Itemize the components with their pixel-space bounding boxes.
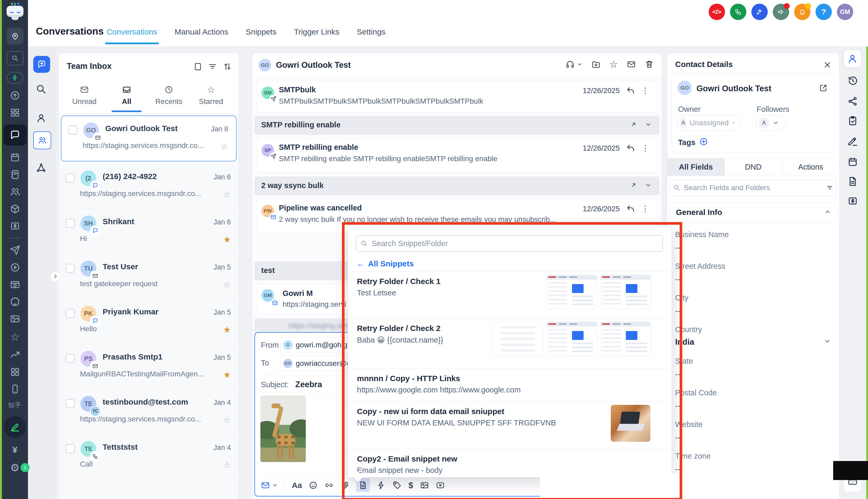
sidebar-item-reporting[interactable] bbox=[10, 350, 20, 360]
snippet-item[interactable]: mnnnn / Copy - HTTP Links https://www.go… bbox=[348, 368, 672, 402]
rail-documents-button[interactable] bbox=[847, 176, 858, 187]
reply-icon[interactable] bbox=[626, 144, 635, 153]
sidebar-item-marketing[interactable] bbox=[10, 221, 20, 231]
star-toggle[interactable]: ☆ bbox=[223, 415, 231, 425]
conversation-item[interactable]: PK Priyank Kumar Jan 5 Hello ★ bbox=[59, 299, 239, 344]
row-checkbox[interactable] bbox=[66, 219, 75, 228]
field-value[interactable]: -- bbox=[675, 275, 680, 284]
sidebar-item-automation[interactable] bbox=[10, 245, 20, 256]
sidebar-item-conversations[interactable] bbox=[3, 124, 27, 146]
sidebar-item-launchpad[interactable] bbox=[10, 90, 20, 101]
rail-contact-button[interactable] bbox=[844, 50, 861, 68]
add-to-folder-icon[interactable] bbox=[591, 60, 601, 69]
sidebar-item-mobile-app[interactable] bbox=[10, 384, 20, 394]
inbox-tab-recents[interactable]: Recents bbox=[149, 85, 189, 106]
conversation-item[interactable]: SH Shrikant Jan 6 Hi ★ bbox=[59, 209, 239, 254]
star-conversation-icon[interactable]: ☆ bbox=[610, 60, 618, 69]
conversation-item[interactable]: TE Tettststst Jan 4 Call ☆ bbox=[59, 435, 239, 480]
rail-appointments-button[interactable] bbox=[847, 157, 858, 167]
subject-value[interactable]: Zeebra bbox=[295, 380, 322, 389]
dev-tools-button[interactable]: </> bbox=[709, 4, 725, 20]
field-value[interactable]: -- bbox=[675, 307, 680, 315]
open-contact-icon[interactable] bbox=[819, 83, 828, 92]
thread-group-header[interactable]: SMTP rebilling enable bbox=[254, 116, 660, 135]
row-checkbox[interactable] bbox=[66, 399, 75, 408]
tag-button[interactable] bbox=[393, 481, 401, 490]
expand-thread-icon[interactable] bbox=[630, 121, 637, 128]
reply-icon[interactable] bbox=[626, 204, 635, 214]
sidebar-item-calendars[interactable] bbox=[10, 152, 20, 163]
fields-search-input[interactable] bbox=[683, 183, 823, 192]
inbox-tab-starred[interactable]: ☆Starred bbox=[191, 85, 231, 106]
select-all-icon[interactable] bbox=[193, 62, 202, 71]
tab-snippets[interactable]: Snippets bbox=[246, 27, 277, 44]
settings-gear-icon[interactable]: ⚙ bbox=[10, 462, 20, 474]
subrail-my-inbox-icon[interactable] bbox=[36, 113, 46, 123]
fields-search[interactable] bbox=[669, 180, 837, 196]
payments-button[interactable]: $ bbox=[408, 480, 413, 490]
sidebar-item-payments[interactable] bbox=[10, 204, 20, 214]
rail-payments-button[interactable] bbox=[847, 196, 858, 206]
location-switcher-button[interactable] bbox=[7, 28, 23, 45]
row-checkbox[interactable] bbox=[66, 354, 75, 363]
row-checkbox[interactable] bbox=[66, 309, 75, 318]
snippet-item[interactable]: Copy2 - Email snippet new Email snippet … bbox=[348, 449, 672, 477]
clear-formatting-button[interactable] bbox=[436, 481, 445, 490]
trigger-links-button[interactable] bbox=[377, 481, 386, 490]
notifications-button[interactable] bbox=[794, 4, 810, 20]
tab-manual-actions[interactable]: Manual Actions bbox=[174, 27, 228, 44]
owner-select[interactable]: Unassigned bbox=[677, 115, 740, 131]
phone-dialer-button[interactable] bbox=[730, 4, 746, 20]
message-menu-icon[interactable]: ⋮ bbox=[641, 86, 649, 95]
compose-pencil-fab[interactable] bbox=[4, 416, 26, 438]
message-menu-icon[interactable]: ⋮ bbox=[641, 204, 649, 214]
tab-settings[interactable]: Settings bbox=[357, 27, 385, 44]
conversation-item[interactable]: GO Gowri Outlook Test Jan 8 https://stag… bbox=[61, 115, 237, 161]
announcements-button[interactable] bbox=[773, 4, 789, 20]
insert-image-button[interactable] bbox=[420, 481, 429, 490]
field-value[interactable]: -- bbox=[675, 433, 680, 442]
general-info-section-header[interactable]: General Info bbox=[669, 203, 837, 222]
sidebar-item-media-library[interactable] bbox=[10, 314, 20, 324]
snippet-item[interactable]: Copy - new ui form data email sniuppet N… bbox=[348, 401, 672, 449]
sidebar-item-media[interactable] bbox=[10, 262, 20, 273]
row-checkbox[interactable] bbox=[66, 444, 75, 453]
star-toggle[interactable]: ☆ bbox=[223, 460, 231, 470]
sidebar-item-zhihu[interactable]: 知乎 bbox=[8, 401, 22, 409]
ai-sparkles-button[interactable] bbox=[751, 4, 768, 20]
quick-actions-bolt-button[interactable] bbox=[7, 72, 23, 84]
field-value[interactable]: -- bbox=[675, 243, 680, 252]
star-toggle[interactable]: ★ bbox=[223, 234, 231, 244]
emoji-button[interactable] bbox=[309, 481, 318, 490]
tab-all-fields[interactable]: All Fields bbox=[667, 158, 725, 176]
star-toggle[interactable]: ☆ bbox=[223, 280, 231, 290]
field-value[interactable]: -- bbox=[675, 402, 680, 410]
star-toggle[interactable]: ★ bbox=[223, 370, 231, 380]
help-button[interactable]: ? bbox=[816, 4, 832, 20]
field-value[interactable]: -- bbox=[675, 465, 680, 474]
sidebar-item-opportunities[interactable] bbox=[10, 186, 20, 197]
conversation-item[interactable]: TE TC testinbound@test.com Jan 4 https:/… bbox=[59, 390, 239, 435]
star-toggle[interactable]: ☆ bbox=[223, 190, 231, 199]
subrail-automation-icon[interactable] bbox=[36, 162, 46, 173]
star-toggle[interactable]: ★ bbox=[223, 325, 231, 335]
thread-group-header[interactable]: 2 way ssync bulk bbox=[254, 177, 660, 195]
message-card[interactable]: SP SMTP rebilling enable SMTP rebilling … bbox=[257, 138, 658, 173]
channel-selector[interactable] bbox=[261, 481, 278, 490]
row-checkbox[interactable] bbox=[68, 125, 77, 134]
attach-file-button[interactable] bbox=[340, 481, 349, 490]
snippet-item[interactable]: Retry Folder / Check 1 Test Letsee bbox=[348, 271, 672, 319]
conversation-item[interactable]: PS Prasaths Smtp1 Jan 5 MailgunRBACTesti… bbox=[59, 344, 239, 390]
filter-icon[interactable] bbox=[208, 62, 217, 71]
close-icon[interactable] bbox=[823, 60, 832, 69]
sidebar-item-dashboard[interactable] bbox=[10, 107, 20, 118]
delete-conversation-icon[interactable] bbox=[645, 60, 654, 69]
conversation-item[interactable]: (2 (216) 242-4922 Jan 6 https://staging.… bbox=[59, 164, 239, 209]
rail-integrations-button[interactable] bbox=[847, 96, 858, 107]
message-card[interactable]: SM SMTPbulk SMTPbulkSMTPbulkSMTPbulkSMTP… bbox=[257, 81, 658, 113]
inbox-tab-all[interactable]: All bbox=[107, 85, 146, 106]
tab-dnd[interactable]: DND bbox=[725, 158, 782, 176]
tab-trigger-links[interactable]: Trigger Links bbox=[294, 27, 339, 44]
country-dropdown-chevron[interactable] bbox=[824, 338, 831, 345]
sidebar-item-memberships[interactable] bbox=[10, 296, 20, 307]
